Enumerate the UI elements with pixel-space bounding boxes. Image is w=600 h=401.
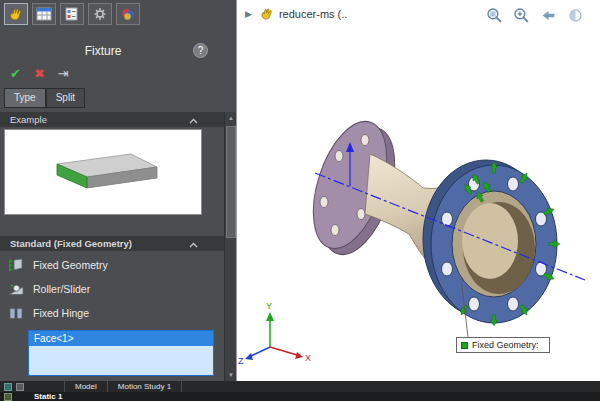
tab-type[interactable]: Type <box>4 88 46 108</box>
fixture-option-fixed-hinge[interactable]: Fixed Hinge <box>8 302 89 324</box>
fixture-callout[interactable]: Fixed Geometry: <box>456 337 550 353</box>
tab-fixture-propertymanager[interactable] <box>4 3 28 25</box>
breadcrumb-label: reducer-ms (.. <box>279 8 347 20</box>
section-view-icon[interactable] <box>566 6 584 24</box>
property-manager-panel: Fixture ? ✔ ✖ ⇥ Type Split Example Stand <box>0 0 236 381</box>
fixture-hand-icon <box>8 7 24 22</box>
right-flange[interactable] <box>423 160 557 323</box>
document-tab-bar: Model Motion Study 1 <box>0 381 600 392</box>
fixture-option-fixed-geometry[interactable]: Fixed Geometry <box>8 254 108 276</box>
confirm-row: ✔ ✖ ⇥ <box>10 66 69 81</box>
viewport-breadcrumb-bar: ▶ reducer-ms (.. <box>237 0 600 28</box>
viewport-toolbar <box>485 6 584 24</box>
breadcrumb[interactable]: reducer-ms (.. <box>260 7 347 21</box>
standard-section-label: Standard (Fixed Geometry) <box>10 238 132 249</box>
pin-button[interactable]: ⇥ <box>58 66 69 81</box>
fixture-callout-label: Fixed Geometry: <box>472 340 539 350</box>
axis-x-label: X <box>305 353 311 363</box>
fixed-geometry-icon <box>8 257 24 273</box>
fixture-option-label: Roller/Slider <box>33 283 90 295</box>
gear-icon <box>92 7 108 21</box>
panel-tab-strip <box>4 3 140 25</box>
collapse-chevron-icon[interactable] <box>189 115 198 130</box>
tab-design-tree[interactable] <box>32 3 56 25</box>
scrollbar-thumb[interactable] <box>226 126 236 238</box>
faces-selection-listbox[interactable]: Face<1> <box>28 330 214 376</box>
fixture-option-label: Fixed Hinge <box>33 307 89 319</box>
axis-y-label: Y <box>266 301 272 311</box>
fixture-option-label: Fixed Geometry <box>33 259 108 271</box>
fixed-hinge-icon <box>8 305 24 321</box>
tab-appearances[interactable] <box>116 3 140 25</box>
expand-tree-icon[interactable]: ▶ <box>245 9 252 19</box>
tab-split[interactable]: Split <box>46 88 85 108</box>
previous-view-icon[interactable] <box>539 6 557 24</box>
list-pane-icon <box>64 7 80 21</box>
help-button[interactable]: ? <box>193 43 208 58</box>
study-tab-icon[interactable] <box>4 393 12 401</box>
tab-settings[interactable] <box>88 3 112 25</box>
tab-display-pane[interactable] <box>60 3 84 25</box>
axis-z-label: Z <box>238 356 244 366</box>
panel-scrollbar[interactable]: ▲ ▼ <box>224 112 236 381</box>
fixture-hand-icon <box>260 7 274 21</box>
tab-scroll-left-icon[interactable] <box>4 383 12 391</box>
standard-section-header[interactable]: Standard (Fixed Geometry) <box>0 236 224 251</box>
solidworks-window: Fixture ? ✔ ✖ ⇥ Type Split Example Stand <box>0 0 600 401</box>
model-3d-reducer[interactable]: Y X Z <box>237 28 600 381</box>
cancel-button[interactable]: ✖ <box>34 66 45 81</box>
tab-list-icon[interactable] <box>16 383 24 391</box>
propertymanager-tabs: Type Split <box>4 88 85 108</box>
tab-model[interactable]: Model <box>64 381 108 392</box>
collapse-chevron-icon[interactable] <box>189 239 198 254</box>
table-icon <box>36 7 52 21</box>
example-wedge-graphic <box>5 130 201 214</box>
ok-button[interactable]: ✔ <box>10 66 21 81</box>
example-section-label: Example <box>10 114 47 125</box>
zoom-to-fit-icon[interactable] <box>485 6 503 24</box>
orientation-triad: Y X Z <box>238 301 311 366</box>
example-section-header[interactable]: Example <box>0 112 224 127</box>
tab-motion-study-1[interactable]: Motion Study 1 <box>108 381 182 392</box>
zoom-to-area-icon[interactable] <box>512 6 530 24</box>
example-preview-image <box>4 129 202 215</box>
appearance-sphere-icon <box>120 7 136 21</box>
study-tab-bar: Static 1 <box>0 392 600 401</box>
tab-static-1[interactable]: Static 1 <box>34 392 62 401</box>
graphics-viewport[interactable]: ▶ reducer-ms (.. <box>236 0 600 381</box>
roller-slider-icon <box>8 281 24 297</box>
selected-face-item[interactable]: Face<1> <box>29 331 213 346</box>
fixture-callout-icon <box>461 342 468 349</box>
fixture-option-roller-slider[interactable]: Roller/Slider <box>8 278 90 300</box>
page-title: Fixture <box>0 44 206 58</box>
